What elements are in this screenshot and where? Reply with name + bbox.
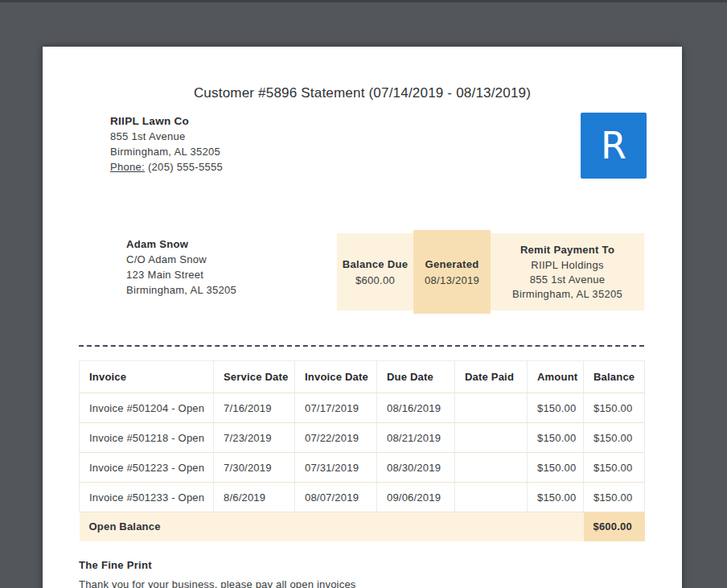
statement-title: Customer #5896 Statement (07/14/2019 - 0… <box>43 85 682 101</box>
service-date-cell: 8/6/2019 <box>214 483 295 512</box>
fine-print-text: Thank you for your business, please pay … <box>79 578 356 588</box>
customer-name: Adam Snow <box>126 236 236 252</box>
invoice-cell: Invoice #501204 - Open <box>80 393 214 423</box>
customer-address-block: Adam Snow C/O Adam Snow 123 Main Street … <box>126 236 236 298</box>
service-date-cell: 7/30/2019 <box>214 453 295 483</box>
col-header-date-paid: Date Paid <box>455 361 528 393</box>
table-row: Invoice #501223 - Open 7/30/2019 07/31/2… <box>80 453 645 483</box>
balance-cell: $150.00 <box>584 483 645 512</box>
balance-due-value: $600.00 <box>355 274 395 286</box>
due-date-cell: 08/21/2019 <box>377 423 455 453</box>
col-header-invoice-date: Invoice Date <box>295 361 377 393</box>
customer-care-of: C/O Adam Snow <box>126 252 236 267</box>
phone-label: Phone: <box>110 161 145 173</box>
amount-cell: $150.00 <box>528 453 584 483</box>
fine-print-heading: The Fine Print <box>79 559 152 571</box>
balance-cell: $150.00 <box>584 423 645 453</box>
balance-due-label: Balance Due <box>343 258 408 270</box>
due-date-cell: 09/06/2019 <box>377 483 455 512</box>
invoice-date-cell: 08/07/2019 <box>295 483 377 512</box>
table-header-row: Invoice Service Date Invoice Date Due Da… <box>80 361 645 393</box>
service-date-cell: 7/16/2019 <box>214 393 295 423</box>
remit-label: Remit Payment To <box>520 243 614 257</box>
col-header-amount: Amount <box>528 361 584 393</box>
date-paid-cell <box>455 453 528 483</box>
statement-page: Customer #5896 Statement (07/14/2019 - 0… <box>43 47 682 588</box>
due-date-cell: 08/30/2019 <box>377 453 455 483</box>
invoice-date-cell: 07/31/2019 <box>295 453 377 483</box>
invoice-cell: Invoice #501233 - Open <box>80 483 214 512</box>
customer-address-line2: Birmingham, AL 35205 <box>126 282 236 298</box>
summary-strip: Balance Due $600.00 Generated 08/13/2019… <box>337 230 644 314</box>
dashed-separator <box>79 345 644 347</box>
generated-label: Generated <box>425 258 479 270</box>
generated-value: 08/13/2019 <box>425 274 479 286</box>
col-header-balance: Balance <box>584 361 645 393</box>
remit-address-line2: Birmingham, AL 35205 <box>512 287 622 302</box>
due-date-cell: 08/16/2019 <box>377 393 455 423</box>
table-row: Invoice #501218 - Open 7/23/2019 07/22/2… <box>80 423 645 453</box>
balance-cell: $150.00 <box>584 393 645 423</box>
company-address-line2: Birmingham, AL 35205 <box>110 144 223 159</box>
logo-letter-icon: R <box>601 127 626 164</box>
invoice-date-cell: 07/17/2019 <box>295 393 377 423</box>
generated-box: Generated 08/13/2019 <box>413 230 491 314</box>
open-balance-label: Open Balance <box>80 512 584 541</box>
date-paid-cell <box>455 483 528 512</box>
date-paid-cell <box>455 393 528 423</box>
remit-payment-box: Remit Payment To RIIPL Holdings 855 1st … <box>491 233 644 310</box>
col-header-due-date: Due Date <box>377 361 455 393</box>
viewer-top-edge <box>0 0 727 2</box>
company-address-block: RIIPL Lawn Co 855 1st Avenue Birmingham,… <box>110 113 223 175</box>
company-name: RIIPL Lawn Co <box>110 113 223 129</box>
table-row: Invoice #501204 - Open 7/16/2019 07/17/2… <box>80 393 645 423</box>
open-balance-value: $600.00 <box>584 512 645 541</box>
customer-address-line1: 123 Main Street <box>126 267 236 282</box>
balance-cell: $150.00 <box>584 453 645 483</box>
table-row: Invoice #501233 - Open 8/6/2019 08/07/20… <box>80 483 645 512</box>
col-header-service-date: Service Date <box>214 361 295 393</box>
amount-cell: $150.00 <box>528 483 584 512</box>
remit-address-line1: 855 1st Avenue <box>530 273 606 287</box>
invoice-cell: Invoice #501218 - Open <box>80 423 214 453</box>
open-balance-row: Open Balance $600.00 <box>80 512 645 541</box>
amount-cell: $150.00 <box>528 393 584 423</box>
invoice-cell: Invoice #501223 - Open <box>80 453 214 483</box>
date-paid-cell <box>455 423 528 453</box>
remit-name: RIIPL Holdings <box>531 258 603 273</box>
amount-cell: $150.00 <box>528 423 584 453</box>
invoice-table: Invoice Service Date Invoice Date Due Da… <box>79 360 645 541</box>
company-phone-line: Phone: (205) 555-5555 <box>110 159 223 175</box>
company-logo: R <box>581 113 647 179</box>
balance-due-box: Balance Due $600.00 <box>337 233 413 310</box>
company-address-line1: 855 1st Avenue <box>110 129 223 144</box>
col-header-invoice: Invoice <box>80 361 214 393</box>
phone-number: (205) 555-5555 <box>148 161 223 173</box>
service-date-cell: 7/23/2019 <box>214 423 295 453</box>
invoice-date-cell: 07/22/2019 <box>295 423 377 453</box>
